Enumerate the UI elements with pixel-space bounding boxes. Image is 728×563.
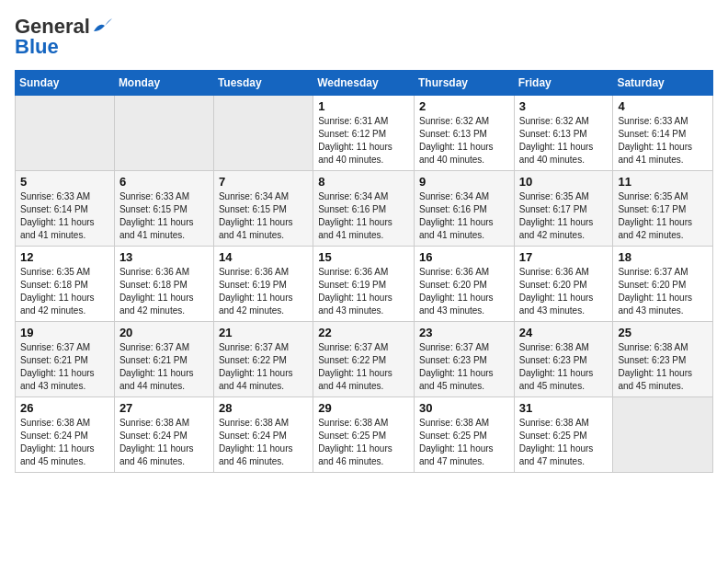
calendar-cell: 14Sunrise: 6:36 AM Sunset: 6:19 PM Dayli…	[213, 247, 313, 322]
calendar-week-row: 12Sunrise: 6:35 AM Sunset: 6:18 PM Dayli…	[16, 247, 713, 322]
calendar-cell	[613, 397, 713, 473]
day-info: Sunrise: 6:36 AM Sunset: 6:19 PM Dayligh…	[318, 266, 409, 317]
day-info: Sunrise: 6:32 AM Sunset: 6:13 PM Dayligh…	[419, 115, 509, 167]
calendar-cell: 11Sunrise: 6:35 AM Sunset: 6:17 PM Dayli…	[613, 171, 713, 247]
calendar-week-row: 5Sunrise: 6:33 AM Sunset: 6:14 PM Daylig…	[16, 171, 713, 247]
day-number: 13	[119, 250, 209, 264]
calendar-cell: 26Sunrise: 6:38 AM Sunset: 6:24 PM Dayli…	[16, 397, 115, 473]
calendar-cell: 31Sunrise: 6:38 AM Sunset: 6:25 PM Dayli…	[514, 397, 613, 473]
day-number: 27	[119, 401, 209, 415]
day-number: 1	[318, 99, 409, 113]
calendar-cell: 3Sunrise: 6:32 AM Sunset: 6:13 PM Daylig…	[514, 96, 613, 171]
day-info: Sunrise: 6:37 AM Sunset: 6:20 PM Dayligh…	[618, 266, 708, 317]
day-info: Sunrise: 6:34 AM Sunset: 6:16 PM Dayligh…	[318, 190, 409, 242]
calendar-cell: 17Sunrise: 6:36 AM Sunset: 6:20 PM Dayli…	[514, 247, 613, 322]
day-info: Sunrise: 6:37 AM Sunset: 6:21 PM Dayligh…	[119, 341, 209, 393]
day-number: 15	[318, 250, 409, 264]
day-number: 9	[419, 175, 509, 189]
weekday-header-sunday: Sunday	[16, 71, 115, 96]
calendar-cell: 18Sunrise: 6:37 AM Sunset: 6:20 PM Dayli…	[613, 247, 713, 322]
day-info: Sunrise: 6:34 AM Sunset: 6:15 PM Dayligh…	[219, 190, 308, 242]
day-number: 31	[519, 401, 609, 415]
day-info: Sunrise: 6:34 AM Sunset: 6:16 PM Dayligh…	[419, 190, 509, 242]
day-info: Sunrise: 6:38 AM Sunset: 6:23 PM Dayligh…	[618, 341, 708, 393]
weekday-header-tuesday: Tuesday	[213, 71, 313, 96]
day-number: 21	[219, 326, 308, 339]
calendar-cell: 4Sunrise: 6:33 AM Sunset: 6:14 PM Daylig…	[613, 96, 713, 171]
calendar-cell	[114, 96, 213, 171]
day-number: 30	[419, 401, 509, 415]
page-header: General Blue	[15, 15, 713, 59]
calendar-cell	[16, 96, 115, 171]
weekday-header-wednesday: Wednesday	[313, 71, 415, 96]
weekday-header-friday: Friday	[514, 71, 613, 96]
day-number: 12	[20, 250, 109, 264]
day-number: 2	[419, 99, 509, 113]
calendar-cell: 7Sunrise: 6:34 AM Sunset: 6:15 PM Daylig…	[213, 171, 313, 247]
day-info: Sunrise: 6:38 AM Sunset: 6:24 PM Dayligh…	[119, 417, 209, 468]
day-info: Sunrise: 6:38 AM Sunset: 6:23 PM Dayligh…	[519, 341, 609, 393]
day-info: Sunrise: 6:32 AM Sunset: 6:13 PM Dayligh…	[519, 115, 609, 167]
day-number: 29	[318, 401, 409, 415]
calendar-cell: 12Sunrise: 6:35 AM Sunset: 6:18 PM Dayli…	[16, 247, 115, 322]
day-number: 24	[519, 326, 609, 339]
day-info: Sunrise: 6:36 AM Sunset: 6:18 PM Dayligh…	[119, 266, 209, 317]
calendar-cell: 29Sunrise: 6:38 AM Sunset: 6:25 PM Dayli…	[313, 397, 415, 473]
day-number: 10	[519, 175, 609, 189]
day-info: Sunrise: 6:38 AM Sunset: 6:24 PM Dayligh…	[219, 417, 308, 468]
day-number: 20	[119, 326, 209, 339]
day-number: 4	[618, 99, 708, 113]
calendar-cell: 2Sunrise: 6:32 AM Sunset: 6:13 PM Daylig…	[414, 96, 514, 171]
calendar-cell: 19Sunrise: 6:37 AM Sunset: 6:21 PM Dayli…	[16, 322, 115, 397]
weekday-header-thursday: Thursday	[414, 71, 514, 96]
day-number: 26	[20, 401, 109, 415]
day-info: Sunrise: 6:33 AM Sunset: 6:15 PM Dayligh…	[119, 190, 209, 242]
day-info: Sunrise: 6:38 AM Sunset: 6:25 PM Dayligh…	[318, 417, 409, 468]
day-info: Sunrise: 6:37 AM Sunset: 6:22 PM Dayligh…	[318, 341, 409, 393]
day-info: Sunrise: 6:35 AM Sunset: 6:18 PM Dayligh…	[20, 266, 109, 317]
logo: General Blue	[15, 15, 112, 59]
calendar-week-row: 1Sunrise: 6:31 AM Sunset: 6:12 PM Daylig…	[16, 96, 713, 171]
day-info: Sunrise: 6:38 AM Sunset: 6:24 PM Dayligh…	[20, 417, 109, 468]
calendar-cell: 27Sunrise: 6:38 AM Sunset: 6:24 PM Dayli…	[114, 397, 213, 473]
calendar-cell: 22Sunrise: 6:37 AM Sunset: 6:22 PM Dayli…	[313, 322, 415, 397]
calendar-cell: 21Sunrise: 6:37 AM Sunset: 6:22 PM Dayli…	[213, 322, 313, 397]
day-info: Sunrise: 6:37 AM Sunset: 6:21 PM Dayligh…	[20, 341, 109, 393]
day-number: 6	[119, 175, 209, 189]
day-number: 22	[318, 326, 409, 339]
calendar-cell: 16Sunrise: 6:36 AM Sunset: 6:20 PM Dayli…	[414, 247, 514, 322]
day-info: Sunrise: 6:36 AM Sunset: 6:20 PM Dayligh…	[419, 266, 509, 317]
calendar-table: SundayMondayTuesdayWednesdayThursdayFrid…	[15, 70, 713, 473]
calendar-cell: 5Sunrise: 6:33 AM Sunset: 6:14 PM Daylig…	[16, 171, 115, 247]
day-info: Sunrise: 6:37 AM Sunset: 6:22 PM Dayligh…	[219, 341, 308, 393]
day-number: 17	[519, 250, 609, 264]
calendar-cell	[213, 96, 313, 171]
day-number: 28	[219, 401, 308, 415]
day-number: 8	[318, 175, 409, 189]
day-info: Sunrise: 6:35 AM Sunset: 6:17 PM Dayligh…	[618, 190, 708, 242]
calendar-cell: 20Sunrise: 6:37 AM Sunset: 6:21 PM Dayli…	[114, 322, 213, 397]
calendar-week-row: 26Sunrise: 6:38 AM Sunset: 6:24 PM Dayli…	[16, 397, 713, 473]
calendar-week-row: 19Sunrise: 6:37 AM Sunset: 6:21 PM Dayli…	[16, 322, 713, 397]
calendar-cell: 23Sunrise: 6:37 AM Sunset: 6:23 PM Dayli…	[414, 322, 514, 397]
calendar-cell: 28Sunrise: 6:38 AM Sunset: 6:24 PM Dayli…	[213, 397, 313, 473]
calendar-cell: 30Sunrise: 6:38 AM Sunset: 6:25 PM Dayli…	[414, 397, 514, 473]
calendar-cell: 10Sunrise: 6:35 AM Sunset: 6:17 PM Dayli…	[514, 171, 613, 247]
day-info: Sunrise: 6:38 AM Sunset: 6:25 PM Dayligh…	[519, 417, 609, 468]
calendar-cell: 15Sunrise: 6:36 AM Sunset: 6:19 PM Dayli…	[313, 247, 415, 322]
logo-bird-icon	[92, 18, 112, 35]
day-number: 23	[419, 326, 509, 339]
day-info: Sunrise: 6:36 AM Sunset: 6:20 PM Dayligh…	[519, 266, 609, 317]
day-number: 5	[20, 175, 109, 189]
calendar-cell: 25Sunrise: 6:38 AM Sunset: 6:23 PM Dayli…	[613, 322, 713, 397]
day-info: Sunrise: 6:36 AM Sunset: 6:19 PM Dayligh…	[219, 266, 308, 317]
day-number: 11	[618, 175, 708, 189]
day-number: 18	[618, 250, 708, 264]
day-number: 19	[20, 326, 109, 339]
day-info: Sunrise: 6:35 AM Sunset: 6:17 PM Dayligh…	[519, 190, 609, 242]
day-info: Sunrise: 6:37 AM Sunset: 6:23 PM Dayligh…	[419, 341, 509, 393]
calendar-cell: 13Sunrise: 6:36 AM Sunset: 6:18 PM Dayli…	[114, 247, 213, 322]
calendar-header-row: SundayMondayTuesdayWednesdayThursdayFrid…	[16, 71, 713, 96]
day-number: 14	[219, 250, 308, 264]
calendar-cell: 8Sunrise: 6:34 AM Sunset: 6:16 PM Daylig…	[313, 171, 415, 247]
